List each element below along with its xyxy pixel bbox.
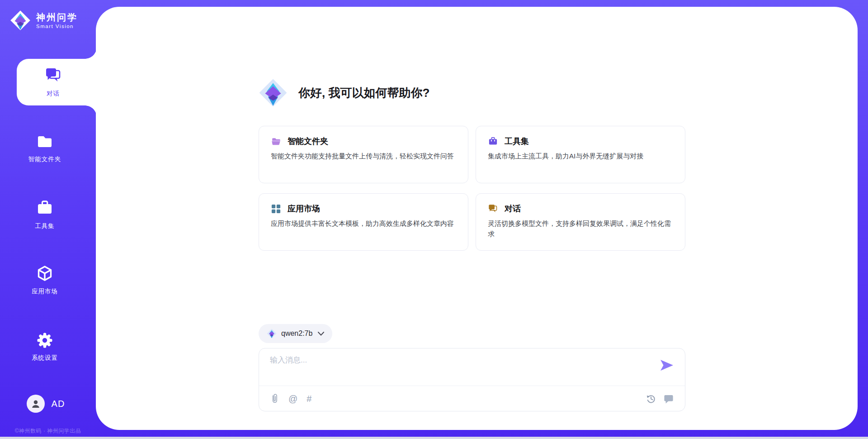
- folder-icon: [36, 132, 54, 150]
- toolbox-icon: [488, 136, 498, 147]
- model-name: qwen2:7b: [281, 329, 312, 338]
- history-icon[interactable]: [646, 394, 656, 404]
- comment-icon[interactable]: [663, 393, 674, 404]
- card-chat[interactable]: 对话 灵活切换多模型文件，支持多样回复效果调试，满足个性化需求: [476, 193, 685, 251]
- brand-subtitle: Smart Vision: [36, 24, 78, 29]
- message-input[interactable]: [270, 355, 652, 381]
- sidebar-item-settings[interactable]: 系统设置: [0, 331, 96, 362]
- card-title: 智能文件夹: [288, 136, 328, 147]
- brand-name: 神州问学: [36, 12, 78, 23]
- send-icon[interactable]: [660, 358, 674, 372]
- message-composer: @ #: [259, 348, 685, 411]
- paperclip-icon[interactable]: [270, 393, 279, 404]
- card-smart-folder[interactable]: 智能文件夹 智能文件夹功能支持批量文件上传与清洗，轻松实现文件问答: [259, 126, 468, 183]
- sidebar-item-label: 工具集: [0, 222, 90, 230]
- card-description: 应用市场提供丰富长文本模板，助力高效生成多样化文章内容: [271, 218, 456, 229]
- sidebar-item-chat[interactable]: 对话: [17, 59, 97, 105]
- card-toolset[interactable]: 工具集 集成市场上主流工具，助力AI与外界无缝扩展与对接: [476, 126, 685, 183]
- chat-icon: [44, 67, 62, 85]
- sidebar-item-app-market[interactable]: 应用市场: [0, 264, 96, 296]
- sidebar-item-label: 对话: [17, 90, 90, 98]
- greeting-title: 你好, 我可以如何帮助你?: [298, 85, 429, 101]
- user-profile[interactable]: AD: [0, 395, 96, 413]
- card-app-market[interactable]: 应用市场 应用市场提供丰富长文本模板，助力高效生成多样化文章内容: [259, 193, 468, 251]
- main-panel: 你好, 我可以如何帮助你? 智能文件夹 智能文件夹功能支持批量文件上传与清洗，轻…: [96, 7, 858, 430]
- sidebar-item-smart-folder[interactable]: 智能文件夹: [0, 132, 96, 163]
- hash-icon[interactable]: #: [307, 394, 311, 403]
- folder-open-icon: [271, 136, 281, 147]
- sidebar-item-label: 系统设置: [0, 354, 90, 362]
- sidebar: 神州问学 Smart Vision 对话 智能文件夹 工具集 应用市场: [0, 0, 96, 439]
- card-title: 应用市场: [288, 203, 320, 214]
- grid-icon: [271, 204, 281, 214]
- person-icon: [30, 398, 42, 410]
- at-icon[interactable]: @: [288, 394, 297, 403]
- greeting: 你好, 我可以如何帮助你?: [259, 78, 429, 107]
- sidebar-item-toolset[interactable]: 工具集: [0, 199, 96, 230]
- card-title: 对话: [505, 203, 521, 214]
- chevron-down-icon: [318, 332, 324, 336]
- diamond-logo-icon: [10, 10, 31, 31]
- sidebar-item-label: 智能文件夹: [0, 155, 90, 163]
- toolbox-icon: [36, 199, 54, 217]
- gear-icon: [36, 331, 54, 349]
- brand-logo: 神州问学 Smart Vision: [10, 10, 78, 31]
- model-selector[interactable]: qwen2:7b: [259, 324, 332, 343]
- diamond-logo-icon: [267, 329, 277, 339]
- card-description: 集成市场上主流工具，助力AI与外界无缝扩展与对接: [488, 151, 673, 161]
- avatar: [27, 395, 45, 413]
- diamond-logo-icon: [259, 78, 288, 107]
- card-description: 智能文件夹功能支持批量文件上传与清洗，轻松实现文件问答: [271, 151, 456, 161]
- card-title: 工具集: [505, 136, 529, 147]
- sidebar-footer-text: ©神州数码 · 神州问学出品: [0, 427, 96, 435]
- card-description: 灵活切换多模型文件，支持多样回复效果调试，满足个性化需求: [488, 218, 673, 239]
- chat-icon: [488, 204, 498, 214]
- feature-cards: 智能文件夹 智能文件夹功能支持批量文件上传与清洗，轻松实现文件问答 工具集 集成…: [259, 126, 685, 251]
- window-bottom-strip: [0, 437, 868, 439]
- user-initials: AD: [52, 399, 65, 409]
- cube-icon: [36, 264, 54, 282]
- sidebar-item-label: 应用市场: [0, 287, 90, 296]
